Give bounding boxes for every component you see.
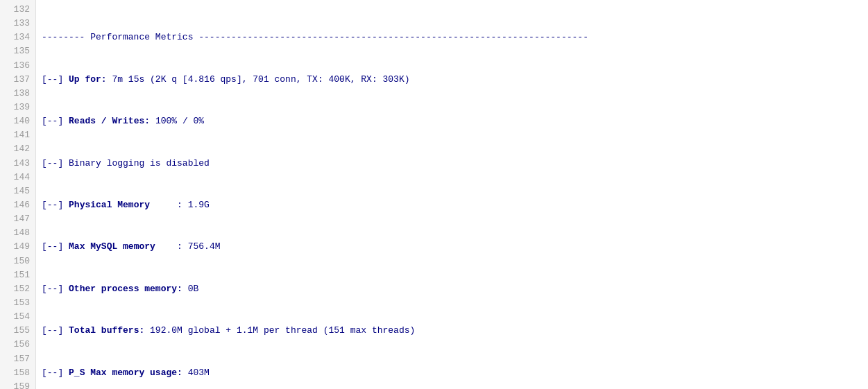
ln-135: 135 (6, 44, 30, 58)
line-133: [--] Up for: 7m 15s (2K q [4.816 qps], 7… (42, 73, 862, 87)
ln-137: 137 (6, 73, 30, 87)
ln-145: 145 (6, 184, 30, 198)
ln-142: 142 (6, 142, 30, 156)
line-137: [--] Max MySQL memory : 756.4M (42, 240, 862, 254)
ln-146: 146 (6, 198, 30, 212)
ln-147: 147 (6, 212, 30, 226)
ln-141: 141 (6, 128, 30, 142)
ln-153: 153 (6, 296, 30, 310)
ln-150: 150 (6, 254, 30, 268)
ln-156: 156 (6, 338, 30, 352)
ln-143: 143 (6, 157, 30, 171)
ln-157: 157 (6, 352, 30, 366)
line-132: -------- Performance Metrics -----------… (42, 31, 862, 44)
ln-136: 136 (6, 59, 30, 73)
line-139: [--] Total buffers: 192.0M global + 1.1M… (42, 324, 862, 338)
line-134: [--] Reads / Writes: 100% / 0% (42, 114, 862, 128)
ln-148: 148 (6, 226, 30, 240)
ln-139: 139 (6, 101, 30, 114)
line-136: [--] Physical Memory : 1.9G (42, 198, 862, 212)
line-numbers-gutter: 132 133 134 135 136 137 138 139 140 141 … (0, 0, 36, 389)
line-140: [--] P_S Max memory usage: 403M (42, 366, 862, 380)
ln-149: 149 (6, 240, 30, 254)
code-content: -------- Performance Metrics -----------… (36, 0, 868, 389)
ln-132: 132 (6, 3, 30, 17)
ln-144: 144 (6, 171, 30, 184)
ln-152: 152 (6, 282, 30, 296)
line-135: [--] Binary logging is disabled (42, 157, 862, 171)
ln-138: 138 (6, 87, 30, 101)
ln-158: 158 (6, 366, 30, 380)
ln-155: 155 (6, 324, 30, 338)
ln-159: 159 (6, 380, 30, 389)
line-138: [--] Other process memory: 0B (42, 282, 862, 296)
ln-154: 154 (6, 310, 30, 324)
ln-140: 140 (6, 114, 30, 128)
main-container: 132 133 134 135 136 137 138 139 140 141 … (0, 0, 868, 389)
ln-134: 134 (6, 31, 30, 44)
ln-133: 133 (6, 17, 30, 31)
ln-151: 151 (6, 268, 30, 282)
